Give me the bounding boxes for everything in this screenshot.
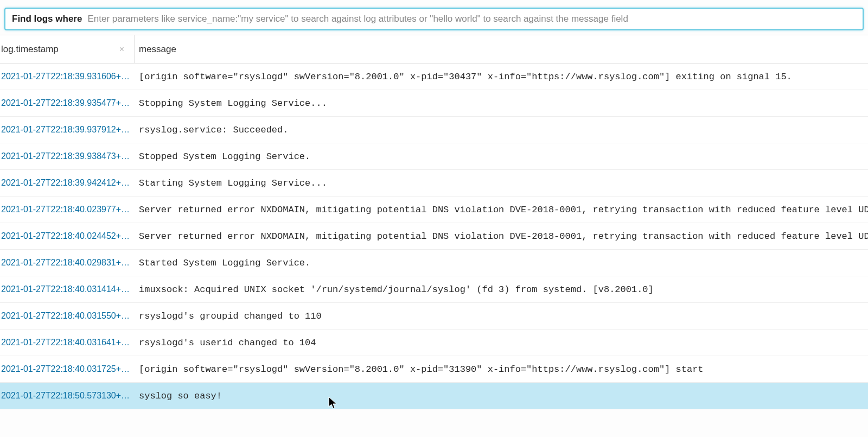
message-cell: imuxsock: Acquired UNIX socket '/run/sys…: [135, 284, 868, 295]
message-cell: Server returned error NXDOMAIN, mitigati…: [135, 205, 868, 215]
table-row[interactable]: 2021-01-27T22:18:39.937912+…rsyslog.serv…: [0, 117, 868, 143]
timestamp-cell[interactable]: 2021-01-27T22:18:40.031641+…: [0, 338, 135, 347]
message-cell: syslog so easy!: [135, 391, 868, 401]
timestamp-cell[interactable]: 2021-01-27T22:18:39.942412+…: [0, 178, 135, 188]
table-row[interactable]: 2021-01-27T22:18:40.031550+…rsyslogd's g…: [0, 303, 868, 330]
timestamp-cell[interactable]: 2021-01-27T22:18:40.023977+…: [0, 205, 135, 214]
column-header-message-label: message: [139, 44, 176, 55]
column-header-timestamp-label: log.timestamp: [1, 44, 59, 55]
timestamp-cell[interactable]: 2021-01-27T22:18:39.937912+…: [0, 125, 135, 135]
column-header-timestamp[interactable]: log.timestamp ×: [0, 35, 135, 63]
message-cell: Starting System Logging Service...: [135, 178, 868, 188]
timestamp-cell[interactable]: 2021-01-27T22:18:40.031550+…: [0, 311, 135, 321]
log-table: log.timestamp × message 2021-01-27T22:18…: [0, 35, 868, 409]
search-bar[interactable]: Find logs where: [4, 8, 864, 30]
timestamp-cell[interactable]: 2021-01-27T22:18:40.031725+…: [0, 364, 135, 374]
search-label: Find logs where: [12, 14, 82, 24]
timestamp-cell[interactable]: 2021-01-27T22:18:39.931606+…: [0, 72, 135, 81]
table-header-row: log.timestamp × message: [0, 35, 868, 64]
search-input[interactable]: [87, 9, 856, 29]
table-row[interactable]: 2021-01-27T22:18:40.031414+…imuxsock: Ac…: [0, 276, 868, 303]
table-row[interactable]: 2021-01-27T22:18:40.031725+…[origin soft…: [0, 356, 868, 383]
log-rows-container: 2021-01-27T22:18:39.931606+…[origin soft…: [0, 64, 868, 409]
timestamp-cell[interactable]: 2021-01-27T22:18:39.935477+…: [0, 98, 135, 108]
timestamp-cell[interactable]: 2021-01-27T22:18:40.031414+…: [0, 284, 135, 294]
timestamp-cell[interactable]: 2021-01-27T22:18:50.573130+…: [0, 391, 135, 401]
table-row[interactable]: 2021-01-27T22:18:39.938473+…Stopped Syst…: [0, 143, 868, 170]
message-cell: rsyslog.service: Succeeded.: [135, 125, 868, 135]
timestamp-cell[interactable]: 2021-01-27T22:18:40.029831+…: [0, 258, 135, 268]
table-row[interactable]: 2021-01-27T22:18:39.935477+…Stopping Sys…: [0, 90, 868, 117]
table-row[interactable]: 2021-01-27T22:18:40.023977+…Server retur…: [0, 197, 868, 223]
message-cell: Stopped System Logging Service.: [135, 151, 868, 162]
table-row[interactable]: 2021-01-27T22:18:39.931606+…[origin soft…: [0, 64, 868, 90]
table-row[interactable]: 2021-01-27T22:18:40.031641+…rsyslogd's u…: [0, 330, 868, 356]
message-cell: Started System Logging Service.: [135, 258, 868, 268]
table-row[interactable]: 2021-01-27T22:18:39.942412+…Starting Sys…: [0, 170, 868, 197]
message-cell: Stopping System Logging Service...: [135, 98, 868, 109]
message-cell: rsyslogd's userid changed to 104: [135, 338, 868, 348]
column-header-message[interactable]: message: [135, 35, 868, 63]
timestamp-cell[interactable]: 2021-01-27T22:18:39.938473+…: [0, 151, 135, 161]
message-cell: Server returned error NXDOMAIN, mitigati…: [135, 231, 868, 242]
message-cell: [origin software="rsyslogd" swVersion="8…: [135, 364, 868, 375]
table-row[interactable]: 2021-01-27T22:18:50.573130+…syslog so ea…: [0, 383, 868, 409]
close-icon[interactable]: ×: [119, 45, 124, 54]
timestamp-cell[interactable]: 2021-01-27T22:18:40.024452+…: [0, 231, 135, 241]
message-cell: rsyslogd's groupid changed to 110: [135, 311, 868, 321]
message-cell: [origin software="rsyslogd" swVersion="8…: [135, 72, 868, 82]
table-row[interactable]: 2021-01-27T22:18:40.024452+…Server retur…: [0, 223, 868, 250]
table-row[interactable]: 2021-01-27T22:18:40.029831+…Started Syst…: [0, 250, 868, 276]
